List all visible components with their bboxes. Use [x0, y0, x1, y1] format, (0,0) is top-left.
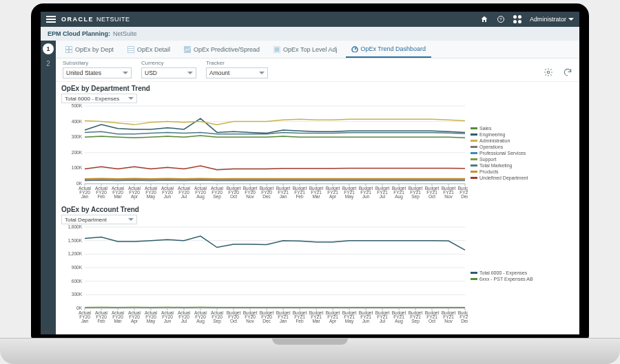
filter-label-currency: Currency [141, 60, 196, 66]
svg-rect-5 [66, 50, 68, 52]
chart2-selector[interactable]: Total Department [61, 215, 137, 224]
chevron-down-icon [568, 18, 574, 21]
legend-swatch [471, 164, 477, 167]
svg-rect-4 [70, 47, 72, 49]
hamburger-icon[interactable] [46, 16, 56, 23]
legend-item: Sales [471, 126, 533, 131]
svg-text:BudgetFY21Jun: BudgetFY21Jun [359, 186, 373, 199]
legend-item: 6xxx - PST Expenses AB [471, 277, 533, 281]
svg-text:ActualFY20Sep: ActualFY20Sep [211, 186, 224, 200]
svg-text:BudgetFY21Apr: BudgetFY21Apr [326, 310, 340, 324]
svg-text:BudgetFY21Oct: BudgetFY21Oct [425, 310, 440, 323]
svg-text:BudgetFY21Dec: BudgetFY21Dec [458, 186, 468, 199]
svg-text:ActualFY20Jun: ActualFY20Jun [161, 310, 174, 323]
svg-point-16 [547, 71, 550, 74]
svg-text:900K: 900K [72, 265, 83, 270]
filter-label-tracker: Tracker [206, 60, 268, 66]
chevron-down-icon [259, 72, 265, 74]
chart2-legend: Total 6000 - Expenses6xxx - PST Expenses… [468, 224, 533, 328]
svg-rect-9 [128, 49, 134, 50]
tab-opex-detail[interactable]: OpEx Detail [122, 41, 176, 58]
svg-text:1,200K: 1,200K [68, 251, 82, 256]
tab-opex-trend-dashboard[interactable]: OpEx Trend Dashboard [346, 41, 432, 58]
svg-text:300K: 300K [72, 134, 83, 139]
laptop-base [0, 338, 620, 364]
tabs: OpEx by Dept OpEx Detail OpEx Predictive… [56, 41, 579, 58]
legend-label: Support [479, 157, 497, 162]
svg-text:ActualFY20Apr: ActualFY20Apr [128, 186, 141, 200]
svg-text:BudgetFY20Nov: BudgetFY20Nov [243, 310, 258, 323]
legend-label: Products [479, 169, 499, 174]
tab-opex-predictive[interactable]: OpEx Predictive/Spread [178, 41, 265, 58]
svg-text:BudgetFY20Nov: BudgetFY20Nov [243, 186, 258, 199]
svg-text:ActualFY20May: ActualFY20May [145, 186, 158, 200]
dashboard-icon [351, 45, 358, 52]
tab-opex-top-level-adj[interactable]: OpEx Top Level Adj [268, 41, 342, 58]
chart1-plot: 0K100K200K300K400K500KActualFY20JanActua… [61, 103, 468, 203]
svg-text:ActualFY20Sep: ActualFY20Sep [211, 310, 224, 324]
chart1-selector[interactable]: Total 6000 - Expenses [61, 94, 137, 103]
brand-logo: ORACLE NETSUITE [61, 16, 130, 23]
svg-text:BudgetFY21Apr: BudgetFY21Apr [326, 186, 340, 200]
brand-bar: ORACLE NETSUITE ? Administrator [41, 12, 579, 27]
svg-text:400K: 400K [72, 119, 83, 124]
svg-text:500K: 500K [72, 103, 83, 108]
svg-text:BudgetFY21May: BudgetFY21May [342, 186, 357, 200]
svg-text:BudgetFY21Aug: BudgetFY21Aug [392, 186, 406, 200]
brand-netsuite: NETSUITE [96, 16, 130, 23]
svg-text:?: ? [499, 17, 502, 21]
currency-select[interactable]: USD [141, 67, 196, 78]
svg-text:0K: 0K [76, 306, 83, 310]
svg-text:BudgetFY20Oct: BudgetFY20Oct [227, 186, 241, 199]
svg-rect-3 [66, 47, 68, 49]
legend-swatch [471, 171, 477, 173]
svg-text:BudgetFY21Mar: BudgetFY21Mar [309, 186, 324, 199]
svg-text:ActualFY20Jul: ActualFY20Jul [178, 310, 191, 323]
legend-swatch [471, 127, 477, 129]
home-icon[interactable] [480, 15, 488, 23]
legend-label: Undefined Department [479, 175, 528, 180]
filter-label-subsidiary: Subsidiary [63, 60, 132, 66]
tracker-select[interactable]: Amount [206, 67, 268, 78]
chevron-down-icon [187, 72, 193, 74]
legend-item: Support [471, 157, 533, 162]
help-icon[interactable]: ? [497, 15, 505, 23]
chevron-down-icon [128, 218, 134, 221]
rail-step-1[interactable]: 1 [43, 43, 54, 54]
chart1-legend: SalesEngineeringAdministrationOperations… [468, 103, 533, 203]
svg-text:ActualFY20Jul: ActualFY20Jul [178, 186, 191, 199]
breadcrumb-app: EPM Cloud Planning: [48, 30, 110, 37]
tab-label: OpEx Detail [137, 46, 170, 53]
tab-opex-by-dept[interactable]: OpEx by Dept [60, 41, 119, 58]
rail-step-2[interactable]: 2 [46, 60, 50, 67]
legend-label: Engineering [479, 132, 505, 137]
settings-icon[interactable] [544, 67, 553, 77]
grid-icon [273, 46, 280, 53]
svg-text:BudgetFY21Sep: BudgetFY21Sep [409, 310, 423, 324]
chart-opex-by-department: OpEx by Department Trend Total 6000 - Ex… [61, 85, 574, 203]
svg-text:ActualFY20Feb: ActualFY20Feb [95, 186, 108, 199]
svg-rect-6 [70, 50, 72, 52]
svg-text:ActualFY20Jan: ActualFY20Jan [79, 186, 92, 199]
legend-item: Total Marketing [471, 163, 533, 168]
tracker-value: Amount [209, 69, 229, 76]
user-menu[interactable]: Administrator [530, 16, 574, 23]
svg-text:BudgetFY20Dec: BudgetFY20Dec [260, 186, 274, 199]
legend-label: Administration [479, 138, 510, 143]
legend-item: Undefined Department [471, 175, 533, 180]
filters-row: Subsidiary United States Currency USD [56, 58, 579, 82]
subsidiary-select[interactable]: United States [63, 67, 132, 78]
chart2-title: OpEx by Account Trend [61, 206, 574, 213]
svg-text:300K: 300K [72, 292, 83, 297]
refresh-icon[interactable] [563, 67, 572, 77]
svg-text:BudgetFY21Jul: BudgetFY21Jul [375, 310, 390, 323]
chart1-title: OpEx by Department Trend [61, 85, 574, 92]
svg-text:BudgetFY21Sep: BudgetFY21Sep [409, 186, 423, 200]
apps-icon[interactable] [513, 15, 521, 23]
legend-label: Total Marketing [479, 163, 512, 168]
svg-text:ActualFY20Aug: ActualFY20Aug [194, 186, 207, 200]
svg-text:BudgetFY21Feb: BudgetFY21Feb [293, 186, 307, 199]
legend-item: Products [471, 169, 533, 174]
legend-item: Engineering [471, 132, 533, 137]
chart1-selector-value: Total 6000 - Expenses [65, 96, 119, 102]
